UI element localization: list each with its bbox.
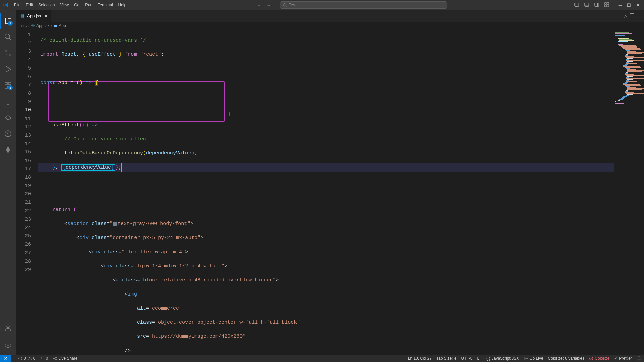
status-colorize-vars[interactable]: Colorize: 0 variables — [548, 356, 585, 361]
layout-panel-icon[interactable] — [583, 2, 590, 9]
status-bar: 0 0 0 Live Share Ln 10, Col 27 Tab Size:… — [0, 355, 644, 362]
activity-codeium[interactable] — [0, 109, 16, 126]
status-go-live[interactable]: Go Live — [524, 356, 543, 361]
svg-point-30 — [42, 358, 43, 358]
minimap[interactable] — [614, 29, 644, 355]
extensions-badge: 1 — [8, 85, 13, 90]
editor-content[interactable]: 𝙸 123 456 789 101112 131415 161718 19202… — [16, 29, 644, 355]
svg-point-18 — [7, 346, 9, 348]
menu-edit[interactable]: Edit — [23, 1, 36, 9]
svg-point-33 — [55, 359, 56, 360]
svg-rect-15 — [5, 99, 11, 103]
run-file-icon[interactable]: ▷ — [624, 13, 627, 18]
remote-button[interactable] — [0, 355, 11, 362]
broadcast-icon — [524, 356, 528, 361]
svg-rect-11 — [5, 82, 7, 85]
status-ports[interactable]: 0 — [40, 356, 48, 361]
more-actions-icon[interactable]: ⋯ — [637, 13, 641, 18]
svg-point-32 — [55, 357, 56, 358]
customize-layout-icon[interactable] — [603, 2, 610, 9]
close-icon[interactable]: ✕ — [635, 2, 641, 8]
split-editor-icon[interactable] — [630, 13, 634, 19]
code-area[interactable]: /* eslint-disable no-unused-vars */ impo… — [38, 29, 614, 355]
tab-actions: ▷ ⋯ — [621, 10, 644, 22]
menu-bar: File Edit Selection View Go Run Terminal… — [11, 1, 129, 9]
live-share-icon — [53, 356, 57, 361]
svg-rect-3 — [595, 3, 599, 6]
svg-point-19 — [22, 15, 23, 16]
svg-rect-13 — [5, 86, 7, 88]
status-colorize-toggle[interactable]: Colorize — [589, 356, 609, 361]
status-problems[interactable]: 0 0 — [18, 356, 35, 361]
error-icon — [18, 356, 22, 361]
svg-point-24 — [33, 25, 33, 26]
file-tab-name: App.jsx — [27, 13, 41, 18]
radio-tower-icon — [40, 356, 44, 361]
status-tab-size[interactable]: Tab Size: 4 — [436, 356, 456, 361]
svg-rect-5 — [607, 2, 609, 4]
activity-extensions[interactable]: 1 — [0, 77, 16, 93]
layout-sidebar-left-icon[interactable] — [573, 2, 580, 9]
react-file-icon — [20, 14, 25, 18]
svg-point-16 — [5, 131, 11, 137]
file-tab-app-jsx[interactable]: App.jsx — [16, 10, 52, 22]
explorer-badge: 1 — [8, 21, 13, 26]
check-icon: ✓ — [614, 356, 618, 361]
menu-run[interactable]: Run — [82, 1, 95, 9]
nav-back-icon[interactable]: ← — [255, 2, 263, 8]
svg-rect-2 — [585, 3, 589, 6]
svg-point-31 — [54, 358, 55, 359]
svg-point-17 — [7, 325, 9, 328]
svg-point-9 — [5, 50, 7, 52]
chevron-right-icon: › — [51, 23, 52, 28]
status-prettier[interactable]: ✓ Prettier — [614, 356, 632, 361]
activity-search[interactable] — [0, 29, 16, 45]
svg-rect-28 — [54, 25, 57, 27]
warning-icon — [28, 356, 32, 361]
symbol-variable-icon — [53, 24, 57, 28]
activity-remote[interactable] — [0, 93, 16, 109]
status-eol[interactable]: LF — [477, 356, 482, 361]
maximize-icon[interactable]: ☐ — [626, 2, 632, 8]
search-placeholder: Test — [289, 3, 297, 7]
activity-source-control[interactable] — [0, 45, 16, 61]
status-language[interactable]: { } JavaScript JSX — [486, 356, 519, 361]
svg-point-34 — [525, 358, 526, 359]
status-live-share[interactable]: Live Share — [53, 356, 77, 361]
menu-terminal[interactable]: Terminal — [95, 1, 115, 9]
breadcrumb-bar[interactable]: src › App.jsx › App — [16, 22, 644, 29]
menu-view[interactable]: View — [57, 1, 71, 9]
breadcrumb-symbol[interactable]: App — [53, 23, 66, 28]
svg-rect-6 — [605, 5, 606, 6]
nav-forward-icon[interactable]: → — [265, 2, 273, 8]
breadcrumb-file[interactable]: App.jsx — [31, 23, 49, 28]
titlebar: File Edit Selection View Go Run Terminal… — [0, 0, 644, 10]
activity-account[interactable] — [0, 320, 16, 336]
menu-help[interactable]: Help — [116, 1, 129, 9]
svg-point-8 — [5, 34, 10, 39]
svg-point-10 — [9, 54, 11, 56]
menu-file[interactable]: File — [11, 1, 23, 9]
minimize-icon[interactable]: ─ — [617, 2, 623, 8]
bell-icon — [637, 356, 641, 361]
chevron-right-icon: › — [28, 23, 30, 28]
activity-explorer[interactable]: 1 — [0, 13, 16, 29]
breadcrumb-src[interactable]: src — [21, 23, 27, 28]
svg-rect-1 — [575, 3, 579, 6]
status-encoding[interactable]: UTF-8 — [461, 356, 472, 361]
status-ln-col[interactable]: Ln 10, Col 27 — [408, 356, 432, 361]
activity-thunder[interactable] — [0, 126, 16, 142]
activity-run-debug[interactable] — [0, 61, 16, 77]
layout-sidebar-right-icon[interactable] — [593, 2, 600, 9]
vscode-logo-icon — [3, 2, 8, 8]
status-feedback[interactable] — [637, 356, 641, 361]
titlebar-center: ← → Test — [129, 1, 573, 9]
line-number-gutter[interactable]: 123 456 789 101112 131415 161718 192021 … — [16, 29, 38, 355]
no-icon — [589, 356, 593, 361]
menu-selection[interactable]: Selection — [36, 1, 57, 9]
menu-go[interactable]: Go — [71, 1, 82, 9]
editor-area: App.jsx ▷ ⋯ src › App.jsx › App — [16, 10, 644, 355]
command-center-search[interactable]: Test — [280, 1, 447, 9]
activity-mongodb[interactable] — [0, 142, 16, 158]
activity-settings[interactable] — [0, 338, 16, 355]
